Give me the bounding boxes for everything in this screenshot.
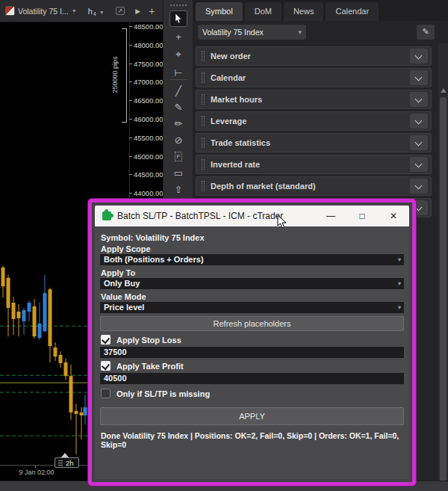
app-window: Volatility 75 I... ▼ h 4 ▼ ↗ ▶ + ▾ 25000… — [0, 0, 448, 491]
price-tick-label: 46500.00 — [129, 96, 161, 105]
section-label: Leverage — [211, 117, 410, 126]
time-axis-label: 9 Jan 02:00 — [3, 469, 70, 476]
missing-only-label: Only if SL/TP is missing — [116, 389, 210, 398]
timeframe-chip-label: 2h — [66, 459, 74, 467]
candle-body — [84, 407, 87, 416]
tab-dom[interactable]: DoM — [245, 2, 281, 21]
chevron-down-icon[interactable] — [410, 179, 428, 194]
trend-line-tool-icon[interactable]: ╱ — [164, 82, 193, 99]
chart-tab[interactable]: Volatility 75 I... ▼ — [3, 4, 79, 17]
drag-handle-icon[interactable] — [202, 72, 205, 83]
chevron-down-icon[interactable] — [410, 70, 428, 85]
chart-topbar: Volatility 75 I... ▼ h 4 ▼ ↗ ▶ + ▾ — [0, 0, 163, 22]
popout-chart-icon[interactable]: ↗ — [116, 7, 125, 15]
tab-calendar[interactable]: Calendar — [326, 2, 379, 21]
take-profit-checkbox-row[interactable]: Apply Take Profit — [101, 361, 184, 371]
chevron-down-icon[interactable] — [410, 135, 428, 150]
accordion-section-calendar[interactable]: Calendar — [196, 68, 432, 87]
accordion-section-new-order[interactable]: New order — [196, 46, 432, 66]
scrollbar-thumb[interactable] — [440, 97, 447, 491]
crosshair-tool-icon[interactable]: + — [164, 28, 193, 45]
price-tick-label: 48000.00 — [129, 41, 161, 49]
missing-only-checkbox-row[interactable]: Only if SL/TP is missing — [101, 389, 210, 398]
candle-body — [28, 303, 31, 312]
candle-body — [69, 376, 73, 413]
price-tick-label: 48500.00 — [129, 22, 161, 31]
section-label: Calendar — [211, 73, 410, 82]
candle-body — [33, 306, 37, 336]
eraser-tool-icon[interactable]: ⊘ — [164, 132, 193, 148]
scroll-up-icon[interactable] — [441, 88, 447, 93]
section-label: Market hours — [211, 95, 410, 104]
play-icon[interactable]: ▶ — [133, 7, 143, 15]
checkbox-checked-icon[interactable] — [101, 335, 111, 345]
candle-body — [17, 312, 21, 318]
maximize-button[interactable]: □ — [346, 206, 378, 226]
drag-handle-icon[interactable] — [202, 116, 205, 126]
timeframe-sub-label: 4 — [93, 11, 96, 16]
edit-symbol-icon[interactable]: ✎ — [417, 25, 435, 40]
price-tick-label: 45500.00 — [129, 134, 161, 142]
close-button[interactable]: ✕ — [378, 206, 409, 226]
toolbar-divider — [169, 79, 187, 80]
timeframe-selector[interactable]: h 4 ▼ — [87, 7, 106, 16]
pointer-tool-icon[interactable] — [169, 10, 187, 27]
brush-tool-icon[interactable]: ✏ — [164, 115, 193, 132]
horizontal-line-tool-icon[interactable]: ⊢ — [164, 64, 193, 81]
accordion-section-trade-statistics[interactable]: Trade statistics — [196, 133, 432, 152]
drag-handle-icon[interactable] — [202, 94, 205, 105]
checkbox-unchecked-icon[interactable] — [101, 389, 111, 398]
timeframe-chip[interactable]: 2h — [55, 457, 79, 468]
arrow-tool-icon[interactable]: ⇧ — [164, 181, 193, 197]
stop-loss-input[interactable]: 37500 — [100, 347, 404, 358]
tab-symbol[interactable]: Symbol — [196, 2, 243, 21]
pen-tool-icon[interactable]: ✎ — [164, 99, 193, 115]
chevron-down-icon[interactable] — [410, 114, 428, 129]
accordion-section-depth-of-market-standard-[interactable]: Depth of market (standard) — [196, 176, 432, 196]
apply-scope-label: Apply Scope — [101, 244, 151, 253]
apply-button[interactable]: APPLY — [100, 407, 404, 425]
apply-to-select[interactable]: Only Buy — [100, 278, 404, 289]
accordion-section-market-hours[interactable]: Market hours — [196, 90, 432, 109]
fibonacci-tool-icon[interactable]: F — [164, 148, 193, 164]
range-bracket — [126, 28, 127, 123]
chevron-down-icon[interactable] — [410, 49, 428, 64]
candle-body — [22, 310, 26, 321]
chevron-down-icon[interactable] — [410, 92, 428, 107]
drag-handle-icon[interactable] — [202, 138, 205, 148]
section-label: Inverted rate — [211, 160, 410, 169]
drag-handle-icon[interactable] — [202, 51, 205, 61]
dialog-titlebar[interactable]: Batch SL/TP - BatchTPSL - ICM - cTrader … — [95, 206, 409, 226]
candle-body — [1, 268, 5, 286]
plugin-icon — [102, 211, 111, 220]
chevron-down-icon[interactable] — [410, 157, 428, 172]
rectangle-tool-icon[interactable]: ▭ — [164, 164, 193, 181]
price-tick-label: 44500.00 — [129, 170, 161, 179]
drag-handle-icon[interactable] — [170, 4, 187, 8]
candle-body — [64, 362, 68, 376]
drag-handle-icon[interactable] — [202, 181, 205, 191]
value-mode-select[interactable]: Price level — [100, 302, 404, 313]
apply-scope-select[interactable]: Both (Positions + Orders) — [100, 254, 404, 265]
checkbox-checked-icon[interactable] — [101, 361, 111, 371]
value-mode-label: Value Mode — [101, 292, 146, 301]
dot-crosshair-tool-icon[interactable]: ⌖ — [164, 46, 193, 63]
take-profit-input[interactable]: 40500 — [100, 373, 404, 384]
stop-loss-label: Apply Stop Loss — [116, 336, 181, 345]
batch-sltp-dialog: Batch SL/TP - BatchTPSL - ICM - cTrader … — [88, 199, 416, 486]
symbol-select[interactable]: Volatility 75 Index — [198, 25, 306, 40]
accordion-section-inverted-rate[interactable]: Inverted rate — [196, 155, 432, 174]
stop-loss-checkbox-row[interactable]: Apply Stop Loss — [101, 335, 181, 345]
add-chart-icon[interactable]: + — [146, 5, 157, 17]
scrollbar[interactable] — [438, 43, 448, 481]
candle-body — [38, 324, 42, 338]
dialog-body: Symbol: Volatility 75 Index Apply Scope … — [95, 226, 409, 479]
minimize-button[interactable]: — — [315, 206, 346, 226]
drag-handle-icon[interactable] — [202, 159, 205, 170]
chevron-down-icon[interactable]: ▼ — [72, 8, 77, 13]
refresh-placeholders-button[interactable]: Refresh placeholders — [100, 316, 404, 331]
range-annotation-label: 250000 pips — [111, 39, 119, 111]
accordion-section-leverage[interactable]: Leverage — [196, 111, 432, 131]
price-tick-label: 45000.00 — [129, 152, 161, 161]
tab-news[interactable]: News — [284, 2, 324, 21]
